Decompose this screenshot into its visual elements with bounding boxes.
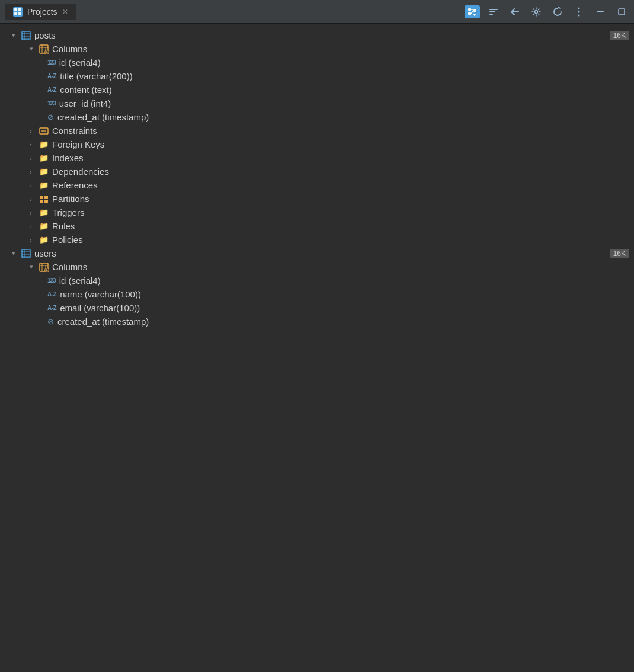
chevron-down-icon: ▾ bbox=[12, 31, 21, 39]
folder-icon: 📁 bbox=[39, 235, 49, 244]
column-label: id (serial4) bbox=[59, 276, 101, 286]
folder-indexes[interactable]: › 📁 Indexes bbox=[0, 151, 634, 165]
svg-rect-1 bbox=[18, 8, 21, 11]
new-connection-button[interactable] bbox=[465, 5, 480, 18]
folder-label: Policies bbox=[52, 235, 83, 245]
folder-label: Constraints bbox=[52, 126, 97, 136]
constraints-icon bbox=[39, 126, 49, 136]
table-row-posts[interactable]: ▾ posts 16K bbox=[0, 28, 634, 42]
tab-close-button[interactable]: ✕ bbox=[62, 8, 68, 16]
folder-label: Indexes bbox=[52, 153, 84, 163]
tab-label: Projects bbox=[27, 7, 57, 17]
column-posts-content[interactable]: A-Z content (text) bbox=[0, 83, 634, 97]
folder-icon: 📁 bbox=[39, 167, 49, 176]
column-users-name[interactable]: A-Z name (varchar(100)) bbox=[0, 287, 634, 301]
timestamp-type-icon: ⊘ bbox=[47, 317, 54, 326]
column-label: email (varchar(100)) bbox=[60, 303, 140, 313]
table-icon bbox=[21, 249, 31, 258]
column-posts-user-id[interactable]: 123 user_id (int4) bbox=[0, 97, 634, 110]
partitions-icon bbox=[39, 195, 49, 203]
svg-point-15 bbox=[535, 10, 538, 13]
folder-label: Foreign Keys bbox=[52, 139, 104, 149]
svg-line-8 bbox=[471, 11, 473, 14]
more-options-button[interactable] bbox=[571, 5, 587, 18]
column-users-id[interactable]: 123 id (serial4) bbox=[0, 274, 634, 287]
folder-icon: 📁 bbox=[39, 222, 49, 231]
svg-rect-13 bbox=[489, 11, 495, 12]
number-type-icon: 123 bbox=[47, 277, 56, 284]
columns-label-users: Columns bbox=[52, 262, 87, 272]
main-window: Projects ✕ bbox=[0, 0, 634, 672]
chevron-down-icon: ▾ bbox=[12, 249, 21, 257]
columns-icon bbox=[39, 263, 49, 272]
column-label: id (serial4) bbox=[59, 57, 101, 68]
folder-icon: 📁 bbox=[39, 153, 49, 162]
chevron-right-icon: › bbox=[30, 196, 39, 203]
column-users-email[interactable]: A-Z email (varchar(100)) bbox=[0, 301, 634, 315]
table-row-users[interactable]: ▾ users 16K bbox=[0, 247, 634, 260]
title-bar-right bbox=[465, 5, 629, 18]
table-label-posts: posts bbox=[34, 30, 56, 40]
text-type-icon: A-Z bbox=[47, 87, 56, 93]
settings-button[interactable] bbox=[529, 5, 544, 18]
folder-foreign-keys[interactable]: › 📁 Foreign Keys bbox=[0, 137, 634, 151]
folder-partitions[interactable]: › Partitions bbox=[0, 192, 634, 206]
folder-references[interactable]: › 📁 References bbox=[0, 178, 634, 192]
text-type-icon: A-Z bbox=[47, 305, 56, 311]
table-label-users: users bbox=[34, 248, 56, 258]
folder-dependencies[interactable]: › 📁 Dependencies bbox=[0, 165, 634, 178]
chevron-right-icon: › bbox=[30, 182, 39, 189]
svg-rect-3 bbox=[18, 12, 21, 15]
svg-rect-36 bbox=[44, 196, 48, 199]
chevron-right-icon: › bbox=[30, 168, 39, 175]
columns-group-posts[interactable]: ▾ Columns bbox=[0, 42, 634, 56]
svg-rect-19 bbox=[597, 11, 604, 12]
svg-rect-5 bbox=[468, 12, 471, 15]
svg-point-17 bbox=[578, 11, 580, 12]
svg-rect-35 bbox=[40, 196, 43, 199]
folder-label: Rules bbox=[52, 221, 75, 231]
columns-group-users[interactable]: ▾ Columns bbox=[0, 260, 634, 274]
chevron-down-icon: ▾ bbox=[30, 263, 39, 271]
text-type-icon: A-Z bbox=[47, 291, 56, 297]
svg-rect-34 bbox=[41, 130, 46, 132]
folder-icon: 📁 bbox=[39, 181, 49, 190]
column-label: title (varchar(200)) bbox=[60, 71, 133, 81]
svg-rect-20 bbox=[619, 9, 625, 15]
folder-icon: 📁 bbox=[39, 140, 49, 149]
column-posts-created-at[interactable]: ⊘ created_at (timestamp) bbox=[0, 110, 634, 124]
svg-rect-0 bbox=[14, 8, 17, 11]
title-bar-left: Projects ✕ bbox=[5, 4, 76, 20]
folder-label: References bbox=[52, 180, 98, 190]
chevron-right-icon: › bbox=[30, 155, 39, 162]
folder-constraints[interactable]: › Constraints bbox=[0, 124, 634, 137]
svg-point-18 bbox=[578, 14, 580, 16]
folder-icon: 📁 bbox=[39, 208, 49, 217]
svg-rect-6 bbox=[473, 9, 476, 12]
table-icon bbox=[21, 31, 31, 40]
column-posts-id[interactable]: 123 id (serial4) bbox=[0, 56, 634, 69]
back-button[interactable] bbox=[507, 5, 523, 18]
projects-tab-icon bbox=[13, 7, 23, 17]
column-label: name (varchar(100)) bbox=[60, 289, 141, 299]
refresh-button[interactable] bbox=[550, 5, 565, 18]
chevron-right-icon: › bbox=[30, 127, 39, 135]
svg-rect-14 bbox=[489, 14, 493, 15]
chevron-right-icon: › bbox=[30, 209, 39, 216]
title-bar: Projects ✕ bbox=[0, 0, 634, 24]
folder-triggers[interactable]: › 📁 Triggers bbox=[0, 206, 634, 219]
text-type-icon: A-Z bbox=[47, 73, 56, 79]
svg-point-16 bbox=[578, 7, 580, 9]
folder-policies[interactable]: › 📁 Policies bbox=[0, 233, 634, 247]
svg-rect-2 bbox=[14, 12, 17, 15]
posts-badge: 16K bbox=[610, 31, 629, 40]
chevron-down-icon: ▾ bbox=[30, 45, 39, 53]
maximize-button[interactable] bbox=[614, 5, 629, 18]
column-users-created-at[interactable]: ⊘ created_at (timestamp) bbox=[0, 315, 634, 328]
column-posts-title[interactable]: A-Z title (varchar(200)) bbox=[0, 69, 634, 83]
timestamp-type-icon: ⊘ bbox=[47, 113, 54, 121]
collapse-button[interactable] bbox=[486, 5, 501, 18]
projects-tab[interactable]: Projects ✕ bbox=[5, 4, 76, 20]
minimize-button[interactable] bbox=[593, 5, 608, 18]
folder-rules[interactable]: › 📁 Rules bbox=[0, 219, 634, 233]
